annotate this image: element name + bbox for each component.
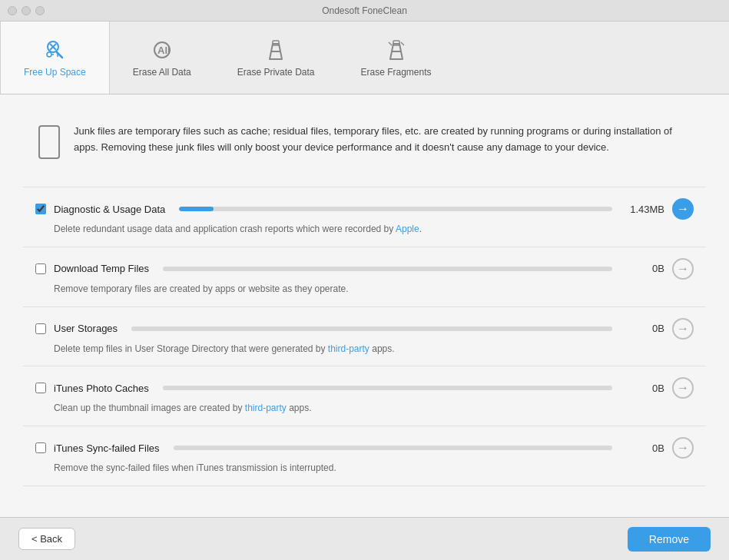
item-top-itunes-photo-caches: iTunes Photo Caches 0B → xyxy=(35,377,694,399)
tab-free-up-space-label: Free Up Space xyxy=(24,67,86,78)
item-title-itunes-photo-caches: iTunes Photo Caches xyxy=(54,383,149,394)
main-content: Junk files are temporary files such as c… xyxy=(0,94,729,517)
minimize-button[interactable] xyxy=(22,6,31,15)
item-action-itunes-photo-caches[interactable]: → xyxy=(672,377,694,399)
progress-bar-itunes-sync-failed-files xyxy=(174,446,612,450)
checkbox-user-storages[interactable] xyxy=(35,323,46,334)
back-button[interactable]: < Back xyxy=(18,528,75,550)
item-desc-itunes-photo-caches: Clean up the thumbnail images are create… xyxy=(35,402,694,415)
item-size-user-storages: 0B xyxy=(626,323,664,334)
item-size-itunes-sync-failed-files: 0B xyxy=(626,442,664,454)
item-desc-diagnostic-usage-data: Delete redundant usage data and applicat… xyxy=(35,223,694,236)
close-button[interactable] xyxy=(8,6,17,15)
item-size-itunes-photo-caches: 0B xyxy=(626,383,664,394)
item-top-download-temp-files: Download Temp Files 0B → xyxy=(35,258,694,280)
free-up-space-icon xyxy=(42,38,67,62)
svg-text:All: All xyxy=(157,45,171,56)
item-row-user-storages: User Storages 0B → Delete temp files in … xyxy=(23,307,706,367)
tab-bar: Free Up Space All Erase All Data Erase P… xyxy=(0,22,729,94)
bottom-bar: < Back Remove xyxy=(0,517,729,560)
svg-point-4 xyxy=(47,52,51,57)
item-action-user-storages[interactable]: → xyxy=(672,318,694,340)
tab-erase-all-data-label: Erase All Data xyxy=(133,67,191,78)
checkbox-itunes-photo-caches[interactable] xyxy=(35,383,46,393)
progress-bar-itunes-photo-caches xyxy=(163,386,612,390)
erase-all-data-icon: All xyxy=(150,38,174,62)
tab-erase-private-data-label: Erase Private Data xyxy=(237,67,315,78)
window-controls xyxy=(8,6,45,15)
item-action-diagnostic-usage-data[interactable]: → xyxy=(672,198,694,220)
item-size-diagnostic-usage-data: 1.43MB xyxy=(626,204,664,215)
checkbox-itunes-sync-failed-files[interactable] xyxy=(35,442,46,453)
item-top-itunes-sync-failed-files: iTunes Sync-failed Files 0B → xyxy=(35,437,694,459)
item-title-user-storages: User Storages xyxy=(54,323,118,334)
checkbox-diagnostic-usage-data[interactable] xyxy=(35,204,46,214)
checkbox-download-temp-files[interactable] xyxy=(35,263,46,274)
items-list: Diagnostic & Usage Data 1.43MB → Delete … xyxy=(23,187,706,486)
svg-line-14 xyxy=(401,42,404,45)
info-text: Junk files are temporary files such as c… xyxy=(74,124,691,156)
item-row-download-temp-files: Download Temp Files 0B → Remove temporar… xyxy=(23,247,706,307)
remove-button[interactable]: Remove xyxy=(628,527,711,552)
erase-fragments-icon xyxy=(384,38,409,62)
item-desc-user-storages: Delete temp files in User Storage Direct… xyxy=(35,343,694,356)
progress-bar-user-storages xyxy=(131,326,612,331)
device-icon xyxy=(38,125,60,159)
svg-line-13 xyxy=(389,42,392,45)
titlebar: Ondesoft FoneClean xyxy=(0,0,729,22)
app-title: Ondesoft FoneClean xyxy=(322,5,407,16)
info-box: Junk files are temporary files such as c… xyxy=(23,110,706,173)
erase-private-data-icon xyxy=(263,38,288,62)
tab-free-up-space[interactable]: Free Up Space xyxy=(0,22,110,94)
item-title-itunes-sync-failed-files: iTunes Sync-failed Files xyxy=(54,442,160,454)
item-action-download-temp-files[interactable]: → xyxy=(672,258,694,280)
item-title-download-temp-files: Download Temp Files xyxy=(54,263,149,274)
tab-erase-private-data[interactable]: Erase Private Data xyxy=(214,22,338,94)
progress-fill-diagnostic-usage-data xyxy=(179,207,214,211)
progress-bar-download-temp-files xyxy=(163,267,612,271)
item-desc-itunes-sync-failed-files: Remove the sync-failed files when iTunes… xyxy=(35,462,694,475)
item-top-user-storages: User Storages 0B → xyxy=(35,318,694,340)
item-desc-download-temp-files: Remove temporary files are created by ap… xyxy=(35,283,694,296)
progress-bar-diagnostic-usage-data xyxy=(179,207,612,211)
tab-erase-fragments-label: Erase Fragments xyxy=(360,67,431,78)
item-row-diagnostic-usage-data: Diagnostic & Usage Data 1.43MB → Delete … xyxy=(23,187,706,247)
item-title-diagnostic-usage-data: Diagnostic & Usage Data xyxy=(54,204,165,215)
item-row-itunes-sync-failed-files: iTunes Sync-failed Files 0B → Remove the… xyxy=(23,426,706,486)
item-row-itunes-photo-caches: iTunes Photo Caches 0B → Clean up the th… xyxy=(23,366,706,426)
tab-erase-fragments[interactable]: Erase Fragments xyxy=(337,22,454,94)
maximize-button[interactable] xyxy=(35,6,45,15)
item-action-itunes-sync-failed-files[interactable]: → xyxy=(672,437,694,459)
tab-erase-all-data[interactable]: All Erase All Data xyxy=(110,22,214,94)
item-top-diagnostic-usage-data: Diagnostic & Usage Data 1.43MB → xyxy=(35,198,694,220)
item-size-download-temp-files: 0B xyxy=(626,263,664,274)
